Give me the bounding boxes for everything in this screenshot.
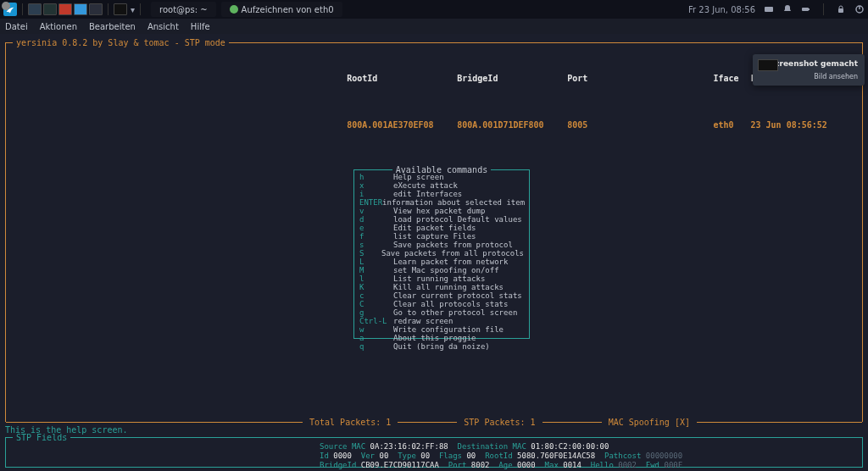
command-key: g: [359, 308, 393, 317]
taskbar-app-icon[interactable]: [58, 3, 72, 15]
command-desc: List running attacks: [393, 274, 524, 283]
command-desc: Save packets from protocol: [393, 241, 524, 249]
stp-field-label: Source MAC: [320, 442, 370, 451]
stp-field-value: 0014: [563, 461, 591, 469]
command-key: i: [359, 190, 393, 198]
stp-field-line: Id 0000 Ver 00 Type 00 Flags 00 RootId 5…: [320, 452, 692, 461]
terminal-viewport[interactable]: yersinia 0.8.2 by Slay & tomac - STP mod…: [0, 34, 868, 471]
command-desc: Save packets from all protocols: [381, 249, 524, 258]
taskbar-window-wireshark[interactable]: Aufzeichnen von eth0: [221, 2, 342, 17]
menu-aktionen[interactable]: Aktionen: [40, 22, 77, 31]
battery-tray-icon[interactable]: [801, 4, 811, 14]
command-row: Mset Mac spoofing on/off: [359, 266, 524, 274]
stp-field-value: 00: [420, 452, 439, 460]
command-key: l: [359, 274, 393, 283]
stp-field-value: 0002: [618, 461, 646, 469]
menu-bearbeiten[interactable]: Bearbeiten: [89, 22, 136, 31]
stp-field-label: RootId: [485, 452, 517, 460]
command-row: iedit Interfaces: [359, 190, 524, 198]
col-rootid: RootId: [347, 74, 457, 83]
stp-field-label: Flags: [439, 452, 467, 460]
command-desc: Go to other protocol screen: [393, 308, 524, 317]
stp-field-label: Ver: [361, 452, 380, 460]
command-desc: Clear all protocols stats: [393, 300, 524, 308]
top-panel: ▾ root@ps: ~ Aufzeichnen von eth0 Fr 23 …: [0, 0, 868, 19]
command-key: d: [359, 215, 393, 224]
stp-field-label: Fwd: [646, 461, 665, 469]
cell-port[interactable]: 8005: [567, 120, 618, 130]
command-row: eEdit packet fields: [359, 224, 524, 232]
taskbar-app-icon[interactable]: [114, 3, 127, 15]
command-row: xeXecute attack: [359, 181, 524, 190]
command-row: KKill all running attacks: [359, 283, 524, 291]
menu-hilfe[interactable]: Hilfe: [191, 22, 210, 31]
notification-tray-icon[interactable]: [782, 4, 793, 14]
command-row: gGo to other protocol screen: [359, 308, 524, 317]
stp-field-label: Destination MAC: [458, 442, 531, 451]
command-desc: eXecute attack: [393, 181, 524, 190]
command-desc: redraw screen: [393, 317, 524, 325]
command-desc: edit Interfaces: [393, 190, 524, 198]
command-key: M: [359, 266, 393, 274]
taskbar-app-icon[interactable]: [43, 3, 57, 15]
command-key: K: [359, 283, 393, 291]
notification-thumbnail: [758, 59, 778, 71]
svg-rect-2: [809, 8, 810, 10]
taskbar-window-terminal[interactable]: root@ps: ~: [151, 2, 216, 17]
menu-ansicht[interactable]: Ansicht: [147, 22, 179, 31]
command-row: dload protocol Default values: [359, 215, 524, 224]
col-port: Port: [567, 74, 618, 83]
taskbar-app-icon[interactable]: [74, 3, 87, 15]
taskbar-app-icon[interactable]: [89, 3, 103, 15]
main-panel-frame: yersinia 0.8.2 by Slay & tomac - STP mod…: [5, 42, 863, 422]
command-row: aAbout this proggie: [359, 334, 524, 342]
stp-field-label: BridgeId: [320, 461, 361, 469]
screenshot-notification[interactable]: Screenshot gemacht Bild ansehen: [753, 54, 865, 86]
stp-field-label: Hello: [591, 461, 619, 469]
command-row: lList running attacks: [359, 274, 524, 283]
command-row: wWrite configuration file: [359, 325, 524, 334]
command-row: Ctrl-Lredraw screen: [359, 317, 524, 325]
stat-total-packets: Total Packets: 1: [303, 418, 398, 427]
workspace-chevron-icon[interactable]: ▾: [131, 5, 135, 14]
menu-datei[interactable]: Datei: [5, 22, 28, 31]
lock-tray-icon[interactable]: [836, 4, 846, 14]
cell-lastseen[interactable]: 23 Jun 08:56:52: [751, 120, 869, 130]
col-bridgeid: BridgeId: [457, 74, 567, 83]
svg-rect-1: [802, 8, 809, 11]
command-key: S: [359, 249, 381, 258]
stp-field-label: Age: [498, 461, 517, 469]
keyboard-tray-icon[interactable]: [764, 4, 774, 14]
stp-field-label: Id: [320, 452, 333, 460]
command-row: qQuit (bring da noize): [359, 342, 524, 351]
task-label: Aufzeichnen von eth0: [242, 5, 334, 14]
col-iface: Iface: [714, 74, 751, 83]
cell-bridgeid[interactable]: 800A.001D71DEF800: [457, 120, 567, 130]
command-row: vView hex packet dump: [359, 207, 524, 215]
command-key: q: [359, 342, 393, 351]
command-key: v: [359, 207, 393, 215]
commands-help-box: Available commands hHelp screenxeXecute …: [353, 169, 530, 339]
command-desc: Help screen: [393, 173, 524, 181]
stp-field-value: 00000000: [646, 452, 692, 460]
stats-bar: Total Packets: 1 STP Packets: 1 MAC Spoo…: [6, 417, 862, 427]
command-row: hHelp screen: [359, 173, 524, 181]
power-tray-icon[interactable]: [854, 4, 865, 14]
command-key: s: [359, 241, 393, 249]
stp-field-label: Max: [545, 461, 564, 469]
taskbar-app-icon[interactable]: [28, 3, 42, 15]
svg-rect-0: [765, 7, 773, 12]
cell-iface[interactable]: eth0: [714, 120, 751, 130]
stp-field-value: CB09.E7CD90117CAA: [361, 461, 448, 469]
notification-view-button[interactable]: Bild ansehen: [760, 73, 858, 80]
cell-rootid[interactable]: 800A.001AE370EF08: [347, 120, 457, 130]
command-desc: About this proggie: [393, 334, 524, 342]
stp-field-label: Type: [398, 452, 420, 460]
stp-field-line: Source MAC 0A:23:16:02:FF:88 Destination…: [320, 442, 692, 452]
command-row: LLearn packet from network: [359, 258, 524, 266]
stp-field-line: BridgeId CB09.E7CD90117CAA Port 8002 Age…: [320, 461, 692, 470]
stp-field-value: 0A:23:16:02:FF:88: [370, 442, 458, 451]
command-key: C: [359, 300, 393, 308]
svg-rect-3: [838, 8, 843, 13]
command-row: flist capture Files: [359, 232, 524, 241]
